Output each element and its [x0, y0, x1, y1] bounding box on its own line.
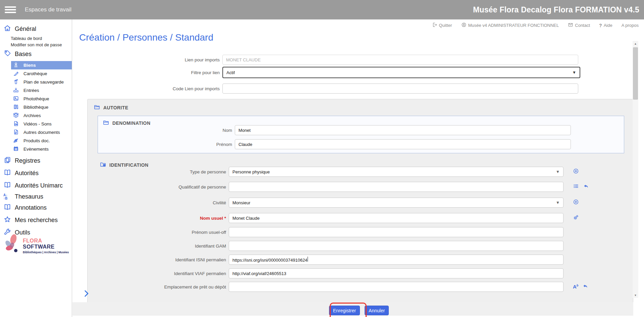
- form-row: PrénomClaude: [101, 139, 571, 149]
- autorite-header: AUTORITE: [94, 104, 128, 111]
- sidebar-section-label: Annotations: [15, 204, 47, 211]
- field-label: Identifiant GAM: [88, 244, 229, 249]
- input-code-lien-pour-imports[interactable]: [222, 84, 578, 94]
- field-value: Actif: [226, 70, 235, 75]
- sidebar-section-mes-recherches[interactable]: Mes recherches: [0, 214, 72, 226]
- tag-icon: [3, 49, 11, 59]
- field-value: https://isni.org/isni/0000000374910624: [232, 257, 308, 263]
- plus-circle-icon[interactable]: [573, 199, 579, 206]
- input-nom-usuel[interactable]: Monet Claude: [229, 213, 564, 223]
- quicklink-contact[interactable]: Contact: [568, 22, 590, 29]
- sidebar-item-videos-sons[interactable]: Vidéos - Sons: [11, 120, 72, 128]
- font-icon[interactable]: Ab: [573, 284, 578, 290]
- quicklink-quitter[interactable]: Quitter: [432, 22, 452, 29]
- logout-icon: [432, 22, 437, 29]
- annuler-button[interactable]: Annuler: [365, 306, 389, 315]
- folder-icon: [94, 104, 100, 111]
- sidebar-item-label: Entrées: [23, 88, 39, 93]
- sidebar-section-autorites-unimarc[interactable]: Autorités Unimarc: [0, 179, 72, 192]
- field-actions: [573, 199, 579, 206]
- sidebar-section-thesaurus[interactable]: A↓↑BThesaurus: [0, 192, 72, 202]
- sidebar-item-tableau-de-bord[interactable]: Tableau de bord: [11, 35, 72, 42]
- select-civilite[interactable]: Monsieur▼: [229, 198, 564, 208]
- scroll-down-arrow[interactable]: ▼: [633, 293, 638, 298]
- sidebar-section-bases[interactable]: Bases: [0, 48, 72, 60]
- enregistrer-button[interactable]: Enregistrer: [329, 306, 360, 315]
- workspace-label[interactable]: Espaces de travail: [25, 6, 71, 13]
- sidebar-item-archives[interactable]: Archives: [11, 111, 72, 120]
- input-identifiant-viaf-permalien[interactable]: http://viaf.org/viaf/24605513: [229, 268, 564, 278]
- doc-file-icon: [13, 129, 19, 136]
- field-label: Emplacement de prêt ou dépôt: [88, 284, 229, 289]
- field-value: Claude: [238, 142, 252, 147]
- input-prenom-usuel-off[interactable]: [229, 227, 564, 237]
- select-type-de-personne[interactable]: Personne physique▼: [229, 167, 564, 177]
- field-actions: Ab: [573, 283, 588, 290]
- bust-icon: [13, 62, 19, 69]
- list-icon[interactable]: [573, 183, 579, 191]
- input-qualificatif-de-personne[interactable]: [229, 182, 564, 192]
- question-icon: ?: [599, 23, 602, 28]
- copies-icon: [3, 156, 11, 166]
- thesaurus-icon: A↓↑B: [3, 194, 11, 200]
- quicklink-label: Contact: [575, 23, 590, 28]
- plus-circle-icon[interactable]: [573, 168, 579, 175]
- undo-icon[interactable]: [583, 183, 589, 191]
- input-identifiant-isni-permalien[interactable]: https://isni.org/isni/0000000374910624: [229, 255, 564, 265]
- sidebar: GénéralTableau de bordModifier son mot d…: [0, 19, 72, 317]
- menu-icon[interactable]: [5, 5, 16, 14]
- sidebar-item-label: Vidéos - Sons: [23, 121, 52, 126]
- sidebar-item-label: Evènements: [23, 147, 49, 152]
- sidebar-item-modifier-son-mot-de-passe[interactable]: Modifier son mot de passe: [11, 42, 72, 48]
- quicklink-a-propos[interactable]: A propos: [622, 23, 639, 28]
- sidebar-item-autres-documents[interactable]: Autres documents: [11, 128, 72, 137]
- field-label: Lien pour imports: [72, 57, 222, 62]
- sidebar-item-phototheque[interactable]: Photothèque: [11, 95, 72, 103]
- sidebar-section-registres[interactable]: Registres: [0, 155, 72, 167]
- sidebar-item-entrees[interactable]: Entrées: [11, 86, 72, 95]
- expand-button[interactable]: [82, 289, 91, 298]
- sidebar-section-general[interactable]: Général: [0, 23, 72, 35]
- sidebar-item-bibliotheque[interactable]: Bibliothèque: [11, 103, 72, 111]
- input-prenom[interactable]: Claude: [235, 139, 571, 149]
- undo-icon[interactable]: [582, 283, 588, 290]
- quicklink-label: Quitter: [439, 23, 452, 28]
- chevron-down-icon: ▼: [556, 169, 560, 174]
- sidebar-section-autorites[interactable]: Autorités: [0, 167, 72, 179]
- input-nom[interactable]: Monet: [235, 125, 571, 135]
- gears-icon[interactable]: [573, 214, 579, 222]
- open-book-icon: [3, 203, 11, 213]
- field-label: Civilité: [88, 200, 229, 205]
- field-value: MONET CLAUDE: [226, 57, 261, 62]
- sidebar-item-carotheque[interactable]: Carothèque: [11, 69, 72, 78]
- scroll-thumb[interactable]: [633, 47, 638, 100]
- quicklink-aide[interactable]: ?Aide: [599, 23, 612, 28]
- video-file-icon: [13, 120, 19, 128]
- flora-flower-icon: [3, 233, 21, 254]
- sidebar-item-plan-de-sauvegarde[interactable]: Plan de sauvegarde: [11, 78, 72, 86]
- sidebar-item-biens[interactable]: Biens: [11, 61, 72, 69]
- quicklink-label: Musée v4 ADMINISTRATEUR FONCTIONNEL: [468, 23, 559, 28]
- field-actions: [573, 168, 579, 175]
- chevron-down-icon: ▼: [556, 200, 560, 205]
- sidebar-item-produits-doc[interactable]: Produits doc.: [11, 137, 72, 145]
- sidebar-item-label: Produits doc.: [23, 138, 50, 143]
- input-emplacement-de-pret-ou-depot[interactable]: [229, 282, 564, 292]
- input-lien-pour-imports[interactable]: MONET CLAUDE: [222, 55, 578, 65]
- scrollbar[interactable]: ▲ ▼: [633, 41, 638, 298]
- scroll-up-arrow[interactable]: ▲: [633, 41, 638, 46]
- sidebar-section-label: Bases: [15, 51, 32, 58]
- field-label: Qualificatif de personne: [88, 184, 229, 190]
- star-icon: [3, 215, 11, 225]
- open-book-icon: [3, 168, 11, 178]
- sidebar-section-annotations[interactable]: Annotations: [0, 202, 72, 214]
- field-label: Nom: [101, 128, 235, 133]
- sidebar-item-label: Plan de sauvegarde: [23, 80, 64, 85]
- sidebar-item-evenements[interactable]: Evènements: [11, 145, 72, 153]
- input-identifiant-gam[interactable]: [229, 241, 564, 251]
- quicklink-musee-v4-administrateur-fonctionnel[interactable]: Musée v4 ADMINISTRATEUR FONCTIONNEL: [461, 22, 559, 29]
- extinguisher-icon: [13, 78, 19, 86]
- field-label: Identifiant VIAF permalien: [88, 271, 229, 276]
- form-row: Code Lien pour imports: [72, 84, 578, 94]
- select-filtre-pour-lien[interactable]: Actif▼: [222, 67, 580, 78]
